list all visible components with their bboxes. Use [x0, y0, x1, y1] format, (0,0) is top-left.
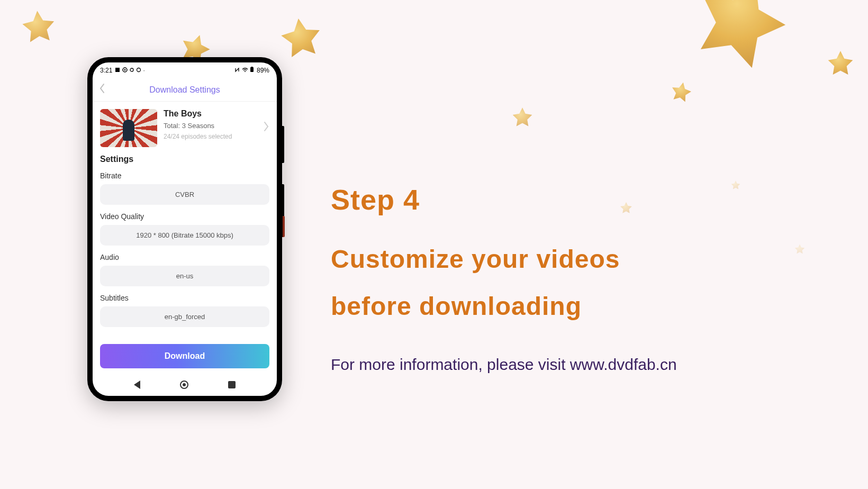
status-icons-right: [234, 67, 254, 74]
battery-icon: [250, 67, 254, 73]
dot-icon: ·: [143, 68, 145, 74]
svg-point-2: [124, 69, 125, 71]
subtitles-label: Subtitles: [100, 294, 269, 302]
footer-info: For more information, please visit www.d…: [331, 356, 677, 374]
status-time: 3:21: [100, 67, 112, 74]
star-icon: [730, 180, 741, 191]
bitrate-select[interactable]: CVBR: [100, 184, 269, 205]
square-icon: [115, 67, 120, 73]
series-row[interactable]: The Boys Total: 3 Seasons 24/24 episodes…: [100, 109, 269, 147]
series-selected: 24/24 episodes selected: [164, 133, 269, 140]
bitrate-label: Bitrate: [100, 171, 269, 180]
step-subheading: Customize your videos before downloading: [331, 236, 701, 330]
star-icon: [794, 243, 806, 255]
phone-side-button: [283, 216, 285, 237]
nav-recent-button[interactable]: [228, 381, 236, 388]
status-icons-left: ·: [115, 67, 144, 74]
chevron-right-icon: [263, 121, 269, 135]
video-quality-select[interactable]: 1920 * 800 (Bitrate 15000 kbps): [100, 225, 269, 246]
screen-header: Download Settings: [93, 78, 277, 102]
content-area: The Boys Total: 3 Seasons 24/24 episodes…: [93, 102, 277, 374]
series-title: The Boys: [164, 109, 269, 119]
series-subtitle: Total: 3 Seasons: [164, 122, 269, 130]
phone-side-button: [282, 126, 284, 163]
step-subheading-line: Customize your videos: [331, 236, 701, 283]
svg-point-3: [137, 68, 141, 72]
svg-rect-5: [250, 67, 254, 72]
status-bar: 3:21 · 89%: [93, 62, 277, 78]
audio-label: Audio: [100, 253, 269, 261]
svg-point-4: [245, 71, 246, 72]
star-icon: [511, 106, 534, 129]
svg-rect-6: [251, 67, 252, 68]
video-quality-label: Video Quality: [100, 212, 269, 221]
star-icon: [18, 6, 59, 48]
nav-home-button[interactable]: [180, 381, 188, 389]
android-nav-bar: [93, 374, 277, 396]
download-button[interactable]: Download: [100, 344, 269, 368]
header-title: Download Settings: [149, 85, 220, 95]
gear-icon: [122, 67, 128, 73]
star-icon: [826, 49, 855, 78]
star-icon: [619, 201, 633, 215]
circle-icon: [136, 67, 141, 73]
nav-back-button[interactable]: [134, 381, 140, 389]
series-thumbnail: [100, 109, 157, 147]
chevron-left-icon: [99, 83, 105, 94]
status-battery: 89%: [257, 67, 269, 74]
subtitles-select[interactable]: en-gb_forced: [100, 306, 269, 327]
step-subheading-line: before downloading: [331, 283, 701, 330]
nfc-icon: [234, 67, 240, 73]
settings-heading: Settings: [100, 155, 269, 164]
star-icon: [275, 12, 327, 64]
step-heading: Step 4: [331, 183, 420, 216]
back-button[interactable]: [99, 83, 105, 97]
phone-screen: 3:21 · 89%: [93, 62, 277, 396]
sync-icon: [129, 67, 134, 73]
phone-mockup: 3:21 · 89%: [87, 57, 282, 401]
wifi-icon: [242, 67, 248, 73]
audio-select[interactable]: en-us: [100, 266, 269, 286]
star-icon: [672, 0, 808, 89]
star-icon: [667, 78, 695, 106]
svg-rect-0: [115, 68, 120, 72]
